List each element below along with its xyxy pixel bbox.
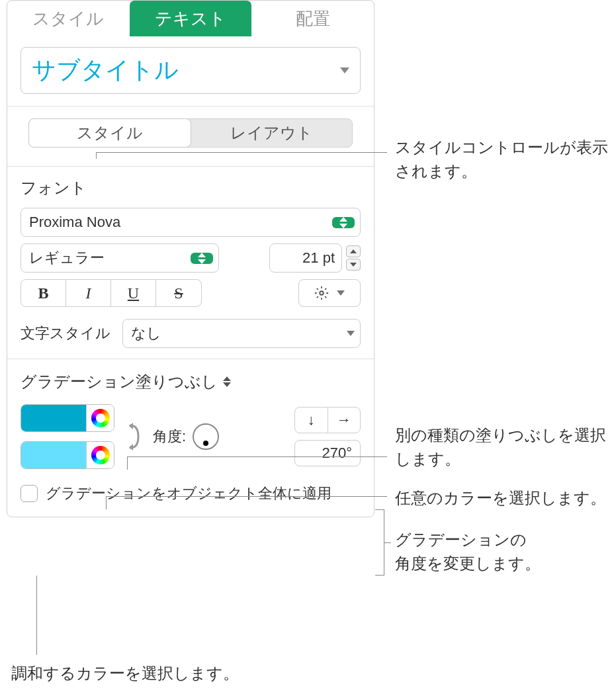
angle-value-input[interactable]: 270° — [294, 440, 361, 466]
gear-icon — [314, 286, 329, 300]
stepper-down-icon[interactable] — [346, 259, 361, 271]
swap-colors-button[interactable] — [124, 420, 144, 453]
font-weight-select[interactable]: レギュラー — [21, 243, 219, 273]
font-size-input[interactable]: 21 pt — [269, 243, 342, 273]
tab-arrange[interactable]: 配置 — [251, 1, 374, 36]
swap-arrows-icon — [124, 420, 144, 453]
fill-type-select[interactable]: グラデーション塗りつぶし — [21, 371, 361, 392]
callout-text: 任意のカラーを選択します。 — [395, 486, 606, 510]
callout-text: スタイルコントロールが表示されます。 — [395, 136, 616, 183]
callout-text: グラデーションの角度を変更します。 — [395, 528, 541, 576]
chevron-down-icon — [340, 67, 349, 73]
font-section: フォント Proxima Nova レギュラー 21 pt — [7, 166, 374, 359]
direction-down-button[interactable]: ↓ — [295, 408, 328, 433]
style-layout-segment: スタイル レイアウト — [28, 118, 353, 148]
angle-dial[interactable] — [193, 423, 219, 450]
chevron-down-icon — [347, 331, 355, 336]
color-picker-button[interactable] — [86, 405, 114, 431]
tab-style[interactable]: スタイル — [7, 1, 130, 36]
paragraph-style-label: サブタイトル — [32, 54, 340, 87]
char-style-value: なし — [131, 323, 343, 343]
callout-text: 調和するカラーを選択します。 — [11, 662, 239, 685]
color-wheel-icon — [91, 446, 110, 464]
apply-overall-label: グラデーションをオブジェクト全体に適用 — [46, 484, 331, 503]
direction-right-button[interactable]: → — [328, 408, 361, 433]
italic-button[interactable]: I — [66, 280, 111, 306]
svg-point-0 — [320, 291, 324, 295]
gradient-color-wells — [21, 404, 114, 469]
fill-section: グラデーション塗りつぶし — [7, 359, 374, 517]
bold-button[interactable]: B — [21, 280, 66, 306]
tab-text[interactable]: テキスト — [130, 1, 252, 36]
top-tabs: スタイル テキスト 配置 — [7, 1, 374, 36]
chevron-down-icon — [337, 290, 345, 296]
font-family-select[interactable]: Proxima Nova — [21, 208, 361, 237]
paragraph-style-select[interactable]: サブタイトル — [21, 47, 361, 94]
color-swatch[interactable] — [21, 405, 86, 431]
fill-type-label: グラデーション塗りつぶし — [21, 371, 218, 392]
select-stepper-icon — [191, 253, 213, 264]
seg-style[interactable]: スタイル — [28, 118, 191, 148]
seg-layout[interactable]: レイアウト — [191, 119, 352, 147]
callout-text: 別の種類の塗りつぶしを選択します。 — [395, 423, 616, 471]
underline-button[interactable]: U — [111, 280, 156, 306]
char-style-select[interactable]: なし — [122, 319, 361, 348]
font-weight-value: レギュラー — [29, 248, 192, 268]
strikethrough-button[interactable]: S — [156, 280, 201, 306]
char-style-label: 文字スタイル — [21, 323, 110, 343]
stepper-up-icon[interactable] — [346, 245, 361, 257]
advanced-options-button[interactable] — [298, 279, 361, 307]
angle-label: 角度: — [153, 427, 186, 447]
updown-icon — [223, 376, 231, 387]
font-size-stepper[interactable] — [346, 245, 361, 271]
color-wheel-icon — [91, 409, 110, 427]
gradient-color-2[interactable] — [21, 441, 114, 469]
text-style-group: B I U S — [21, 279, 202, 307]
apply-overall-checkbox[interactable] — [21, 485, 38, 502]
color-swatch[interactable] — [21, 442, 86, 468]
gradient-color-1[interactable] — [21, 404, 114, 432]
font-family-value: Proxima Nova — [29, 214, 333, 231]
gradient-direction-buttons: ↓ → — [294, 407, 361, 433]
select-stepper-icon — [332, 217, 355, 228]
color-picker-button[interactable] — [86, 442, 114, 468]
format-panel: スタイル テキスト 配置 サブタイトル スタイル レイアウト フォント Prox… — [7, 0, 374, 517]
font-section-label: フォント — [21, 177, 361, 198]
